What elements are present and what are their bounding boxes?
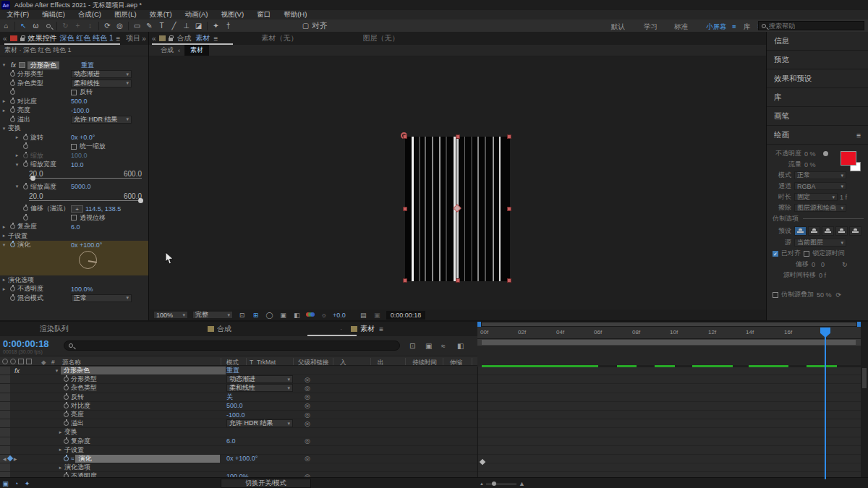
- scroll-cap[interactable]: [477, 322, 481, 327]
- evolution-dial[interactable]: [79, 251, 97, 269]
- show-channel-icon[interactable]: [306, 312, 315, 318]
- exposure-value[interactable]: +0.0: [333, 312, 346, 319]
- stopwatch-icon[interactable]: [10, 286, 15, 291]
- align-option[interactable]: ▢ 对齐: [299, 20, 328, 31]
- viewer-canvas[interactable]: [149, 56, 766, 309]
- stopwatch-icon[interactable]: [64, 395, 69, 400]
- stopwatch-icon[interactable]: [10, 81, 15, 86]
- zoom-out-mountain-icon[interactable]: ▲: [480, 481, 484, 486]
- expander-icon[interactable]: ▸: [56, 447, 64, 453]
- clone-preset-4-button[interactable]: [835, 226, 848, 236]
- overflow-dropdown[interactable]: 允许 HDR 结果▾: [226, 419, 293, 427]
- tab-overflow-icon[interactable]: »: [142, 35, 146, 43]
- exposure-icon[interactable]: ☼: [319, 312, 328, 319]
- menu-view[interactable]: 视图(V): [214, 10, 250, 20]
- noise-type-dropdown[interactable]: 柔和线性▾: [226, 384, 293, 392]
- clone-preset-3-button[interactable]: [822, 226, 834, 236]
- noise-type-dropdown[interactable]: 柔和线性▾: [71, 80, 132, 87]
- blend-mode-dropdown[interactable]: 正常▾: [71, 294, 132, 302]
- offset-y-value[interactable]: 0: [821, 261, 825, 268]
- clone-preset-2-button[interactable]: [808, 226, 820, 236]
- menu-edit[interactable]: 编辑(E): [35, 10, 72, 20]
- pickwhip-icon[interactable]: ◎: [305, 376, 310, 383]
- home-icon[interactable]: ⌂: [0, 22, 12, 30]
- resolution-dropdown[interactable]: 完整▾: [192, 311, 233, 319]
- menu-composition[interactable]: 合成(C): [72, 10, 108, 20]
- zoom-tool-icon[interactable]: [42, 22, 54, 30]
- graph-editor-icon[interactable]: ≈: [441, 342, 446, 350]
- shape-tool-icon[interactable]: ▭: [131, 22, 143, 30]
- shy-layers-icon[interactable]: ▣: [0, 480, 11, 487]
- slider-track[interactable]: [29, 200, 142, 201]
- eraser-tool-icon[interactable]: ◪: [192, 22, 205, 30]
- roto-brush-tool-icon[interactable]: ✦: [210, 22, 222, 30]
- menu-help[interactable]: 帮助(H): [277, 10, 313, 20]
- offset-x-value[interactable]: 0: [812, 261, 815, 268]
- complexity-value[interactable]: 6.0: [226, 437, 236, 445]
- invert-value[interactable]: 关: [226, 393, 233, 402]
- clone-preset-1-button[interactable]: [794, 226, 807, 236]
- timeline-search-input[interactable]: [76, 342, 380, 349]
- stopwatch-icon[interactable]: [64, 385, 69, 390]
- frame-blending-icon[interactable]: ◔: [11, 480, 22, 487]
- panel-menu-icon[interactable]: ≡: [379, 325, 383, 333]
- stopwatch-icon[interactable]: [10, 72, 15, 77]
- paint-erase-dropdown[interactable]: 图层源和绘画▾: [794, 204, 846, 212]
- scrollbar-thumb[interactable]: [862, 368, 867, 388]
- viewer-timecode[interactable]: 0:00:00:18: [386, 311, 426, 320]
- slider-thumb[interactable]: [30, 176, 35, 181]
- menu-animation[interactable]: 动画(A): [179, 10, 215, 20]
- paint-mode-dropdown[interactable]: 正常▾: [794, 171, 846, 179]
- menu-file[interactable]: 文件(F): [0, 10, 35, 20]
- stopwatch-icon[interactable]: [64, 403, 69, 408]
- timeline-horizontal-scrollbar[interactable]: [477, 322, 861, 327]
- expander-icon[interactable]: ▸: [13, 153, 21, 158]
- overflow-dropdown[interactable]: 允许 HDR 结果▾: [71, 116, 132, 124]
- offset-reset-icon[interactable]: ↻: [842, 261, 848, 268]
- group-label[interactable]: 变换: [8, 124, 21, 133]
- footage-viewer-tab[interactable]: 素材: [196, 33, 210, 43]
- snapshot-camera-icon[interactable]: ▤: [359, 312, 368, 319]
- offset-value[interactable]: 114.5, 138.5: [85, 205, 121, 213]
- evolution-value[interactable]: 0x +100.0°: [226, 455, 258, 462]
- expander-icon[interactable]: ▸: [0, 277, 8, 283]
- align-checkbox-icon[interactable]: ▢: [299, 22, 312, 30]
- menu-layer[interactable]: 图层(L): [108, 10, 143, 20]
- orbit-camera-tool-icon[interactable]: ↻: [59, 22, 72, 30]
- contrast-value[interactable]: 500.0: [226, 402, 243, 409]
- paint-duration-dropdown[interactable]: 固定▾: [794, 193, 838, 201]
- contrast-value[interactable]: 500.0: [71, 98, 88, 105]
- stopwatch-icon[interactable]: [23, 144, 28, 149]
- stopwatch-icon[interactable]: [64, 412, 69, 417]
- reset-effect-link[interactable]: 重置: [81, 61, 94, 70]
- audio-icon[interactable]: [10, 359, 16, 364]
- group-label[interactable]: 子设置: [64, 445, 84, 455]
- stopwatch-icon[interactable]: [10, 90, 15, 95]
- breadcrumb-composition[interactable]: 合成: [161, 46, 174, 55]
- stopwatch-icon[interactable]: [10, 296, 15, 301]
- selection-handle[interactable]: [403, 207, 407, 211]
- effect-name[interactable]: 分形杂色: [61, 367, 226, 374]
- duration-frames-value[interactable]: 1 f: [840, 194, 847, 201]
- panel-menu-icon[interactable]: ≡: [214, 35, 218, 43]
- composition-mini-flowchart-icon[interactable]: ⊡: [409, 342, 415, 350]
- project-tab[interactable]: 项目: [126, 33, 140, 43]
- rotation-tool-icon[interactable]: ⟳: [101, 22, 114, 30]
- dolly-camera-tool-icon[interactable]: ↕: [84, 22, 96, 30]
- zoom-slider-knob[interactable]: [492, 481, 496, 486]
- selection-tool-icon[interactable]: ↖: [17, 22, 30, 30]
- invert-checkbox[interactable]: [71, 90, 77, 95]
- panel-tab-brushes[interactable]: 画笔: [767, 107, 868, 126]
- scale-height-value[interactable]: 5000.0: [71, 183, 91, 190]
- selection-handle[interactable]: [403, 278, 407, 283]
- stopwatch-icon[interactable]: [10, 224, 15, 229]
- t-column[interactable]: T: [250, 359, 253, 366]
- selection-handle[interactable]: [507, 278, 511, 283]
- trkmat-column[interactable]: TrkMat: [257, 359, 276, 366]
- selection-handle[interactable]: [507, 207, 511, 211]
- group-label[interactable]: 变换: [64, 427, 77, 437]
- pickwhip-icon[interactable]: ◎: [305, 455, 310, 462]
- composition-image[interactable]: [405, 137, 510, 281]
- work-area-region[interactable]: [482, 340, 856, 345]
- param-label-selected[interactable]: 演化: [75, 455, 220, 463]
